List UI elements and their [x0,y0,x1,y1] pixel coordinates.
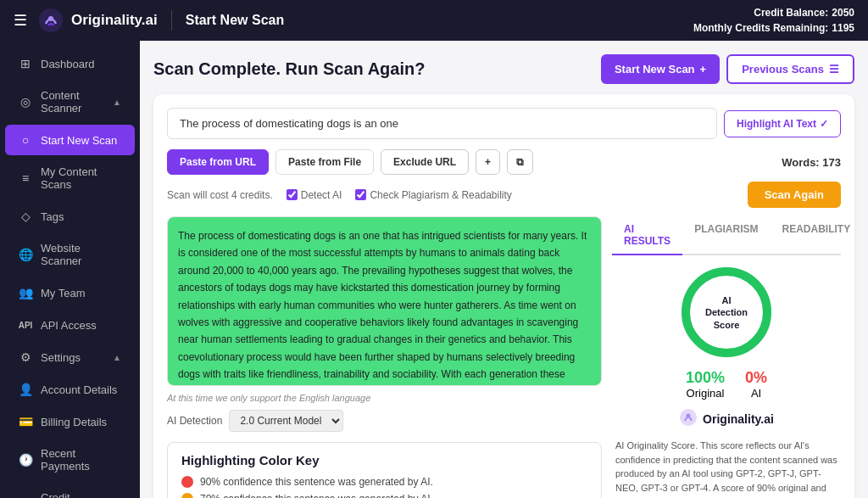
sidebar-item-my-content-scans[interactable]: ≡ My Content Scans [5,157,135,199]
ai-label: AI [745,387,767,400]
sidebar-item-tags[interactable]: ◇ Tags [5,201,135,232]
api-icon: API [19,318,32,332]
copy-icon-button[interactable]: ⧉ [507,149,533,175]
sidebar-label-billing-details: Billing Details [41,416,121,428]
sidebar-item-my-team[interactable]: 👥 My Team [5,277,135,308]
topbar: ☰ Originality.ai Start New Scan Credit B… [0,0,868,41]
sidebar-item-settings[interactable]: ⚙ Settings ▲ [5,342,135,372]
scan-actions: Start New Scan + Previous Scans ☰ [601,54,854,84]
color-key: Highlighting Color Key 90% confidence th… [167,442,602,498]
my-team-icon: 👥 [19,286,32,299]
my-scans-icon: ≡ [19,171,32,185]
dashboard-icon: ⊞ [19,57,32,70]
ai-detection-label: AI Detection [167,415,222,427]
content-scanner-icon: ◎ [19,95,32,109]
text-input-row: Highlight AI Text ✓ [167,108,841,139]
sidebar-item-dashboard[interactable]: ⊞ Dashboard [5,48,135,79]
sidebar-item-start-new-scan[interactable]: ○ Start New Scan [5,125,135,155]
ai-detection-row: AI Detection 2.0 Current Model [167,410,602,432]
sidebar-item-content-scanner[interactable]: ◎ Content Scanner ▲ [5,81,135,123]
website-scanner-icon: 🌐 [19,248,32,261]
sidebar-label-my-content-scans: My Content Scans [41,165,121,191]
sidebar-label-api-access: API Access [41,319,121,332]
color-key-item-red: 90% confidence this sentence was generat… [181,476,587,488]
paste-from-url-button[interactable]: Paste from URL [167,149,269,175]
highlighted-text-content: The process of domesticating dogs is an … [178,230,587,386]
svg-point-5 [687,414,691,418]
ai-score: 0% AI [745,369,767,400]
text-content-area: The process of domesticating dogs is an … [167,216,602,498]
score-description: AI Originality Score. This score reflect… [612,439,841,498]
sidebar-label-recent-payments: Recent Payments [41,447,121,473]
start-new-scan-button[interactable]: Start New Scan + [601,54,720,84]
settings-icon: ⚙ [19,350,32,364]
score-labels: 100% Original 0% AI [612,369,841,400]
red-dot [181,476,193,488]
settings-chevron-icon: ▲ [113,353,121,362]
tab-ai-results[interactable]: AI RESULTS [612,216,682,255]
toolbar-row: Paste from URL Paste from File Exclude U… [167,149,841,175]
at-note: At this time we only support the English… [167,393,602,403]
scan-text-input[interactable] [167,108,717,139]
app-logo: Originality.ai [37,7,158,34]
sidebar-item-website-scanner[interactable]: 🌐 Website Scanner [5,233,135,276]
sidebar-label-credit-subscription: Credit Subscription [41,491,121,498]
sidebar-item-credit-subscription[interactable]: ♻ Credit Subscription [5,483,135,498]
content-results: The process of domesticating dogs is an … [167,216,841,498]
monthly-credits-value: 1195 [832,22,854,34]
check-icon: ✓ [820,118,828,130]
scan-header: Scan Complete. Run Scan Again? Start New… [153,54,854,84]
paste-from-file-button[interactable]: Paste from File [275,149,374,175]
sidebar-label-dashboard: Dashboard [41,58,121,70]
credit-info: Credit Balance:2050 Monthly Credits Rema… [690,5,854,36]
topbar-title: Start New Scan [186,13,284,28]
account-icon: 👤 [19,383,32,396]
detect-ai-checkbox-label[interactable]: Detect AI [287,189,342,201]
scan-box: Highlight AI Text ✓ Paste from URL Paste… [153,94,854,498]
sidebar-label-website-scanner: Website Scanner [41,242,121,267]
sidebar-label-tags: Tags [41,210,121,223]
previous-scans-button[interactable]: Previous Scans ☰ [726,54,854,84]
check-plagiarism-checkbox-label[interactable]: Check Plagiarism & Readability [355,189,511,201]
sidebar-item-billing-details[interactable]: 💳 Billing Details [5,406,135,437]
sidebar-label-settings: Settings [41,351,104,364]
add-icon-button[interactable]: + [476,149,500,175]
sidebar-label-content-scanner: Content Scanner [41,89,104,115]
plus-icon: + [700,63,707,76]
menu-icon[interactable]: ☰ [14,11,27,30]
detect-ai-checkbox[interactable] [287,189,298,200]
sidebar-label-my-team: My Team [41,287,121,299]
sidebar-item-account-details[interactable]: 👤 Account Details [5,374,135,405]
topbar-divider [171,10,172,31]
color-key-title: Highlighting Color Key [181,453,587,467]
sidebar-item-api-access[interactable]: API API Access [5,310,135,340]
plus-small-icon: + [485,156,491,168]
chevron-down-icon: ▲ [113,98,121,107]
sidebar-label-start-new-scan: Start New Scan [41,134,121,147]
original-label: Original [686,387,725,400]
sidebar-item-recent-payments[interactable]: 🕐 Recent Payments [5,439,135,481]
original-pct: 100% [686,369,725,387]
main-content: Scan Complete. Run Scan Again? Start New… [140,41,868,498]
highlighted-text-block[interactable]: The process of domesticating dogs is an … [167,216,602,386]
score-circle-container: AI Detection Score [612,266,841,359]
color-key-item-yellow: 70% confidence this sentence was generat… [181,493,587,498]
logo-text: Originality.ai [71,12,158,29]
exclude-url-button[interactable]: Exclude URL [381,149,469,175]
ai-model-select[interactable]: 2.0 Current Model [229,410,343,432]
check-plagiarism-checkbox[interactable] [355,189,366,200]
highlight-ai-text-button[interactable]: Highlight AI Text ✓ [724,110,841,137]
tab-readability[interactable]: READABILITY [770,216,862,255]
tab-plagiarism[interactable]: PLAGIARISM [682,216,770,255]
brand-logo-icon [679,408,698,430]
scan-again-button[interactable]: Scan Again [748,182,841,208]
scan-title: Scan Complete. Run Scan Again? [153,59,425,79]
start-scan-icon: ○ [19,133,32,147]
tags-icon: ◇ [19,210,32,223]
score-circle: AI Detection Score [680,266,773,359]
list-icon: ☰ [829,63,839,76]
billing-icon: 💳 [19,415,32,428]
brand-name: Originality.ai [703,412,774,426]
svg-point-1 [48,16,53,21]
scan-options-row: Scan will cost 4 credits. Detect AI Chec… [167,182,841,208]
